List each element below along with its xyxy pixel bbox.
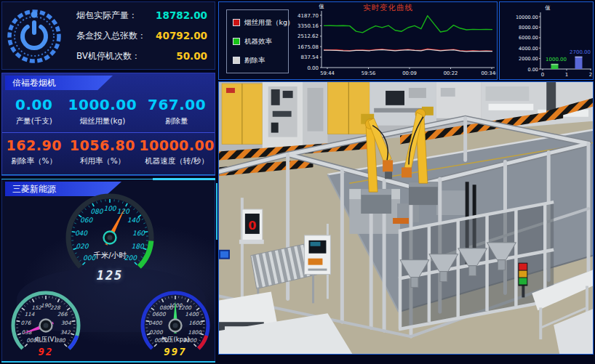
stat-label: 条盒投入总张数： bbox=[76, 30, 146, 42]
kpi-label: 机器速度（转/秒） bbox=[139, 156, 215, 166]
pressure-gauge: 0000020004000600080010001200140016001800… bbox=[136, 286, 215, 362]
svg-text:2512.62: 2512.62 bbox=[298, 33, 319, 39]
legend-item-reject[interactable]: 剔除率 bbox=[233, 56, 288, 65]
svg-text:837.54: 837.54 bbox=[301, 54, 319, 60]
chart-legend: 烟丝用量（kg） 机器效率 剔除率 bbox=[226, 9, 289, 73]
svg-text:120: 120 bbox=[117, 208, 130, 215]
voltage-gauge: 000038076114152190228266304342380 电压(V) … bbox=[7, 286, 85, 362]
svg-text:00:09: 00:09 bbox=[402, 70, 417, 76]
cigarette-machine-panel: 倍福卷烟机 0.00 产量(千支) 1000.00 烟丝用量(kg) 767.0… bbox=[1, 73, 215, 176]
counter-value: 0 bbox=[248, 219, 256, 232]
legend-label: 剔除率 bbox=[244, 56, 265, 65]
kpi-rejects: 767.00 剔除量 bbox=[139, 92, 215, 133]
kpi-machine-speed: 10000.00 机器速度（转/秒） bbox=[139, 133, 215, 172]
factory-scene: 0 bbox=[219, 82, 593, 354]
kpi-output: 0.00 产量(千支) bbox=[2, 92, 66, 133]
svg-text:1800: 1800 bbox=[188, 329, 202, 336]
legend-label: 机器效率 bbox=[244, 37, 272, 46]
green-light bbox=[519, 278, 527, 285]
svg-text:59:56: 59:56 bbox=[362, 70, 376, 76]
realtime-line-chart-panel: 烟丝用量（kg） 机器效率 剔除率 实时变化曲线 值4187.703350.16… bbox=[218, 1, 498, 80]
machine-panel-title: 倍福卷烟机 bbox=[5, 76, 113, 90]
power-gear-logo-icon bbox=[6, 4, 63, 67]
pressure-gauge-unit: 气压(kpa) bbox=[136, 336, 215, 344]
speed-gauge-unit: 千米/小时 bbox=[62, 251, 158, 261]
kpi-utilization: 1056.80 利用率（%） bbox=[66, 133, 140, 172]
svg-text:0.00: 0.00 bbox=[307, 65, 319, 71]
edge-accent-line bbox=[216, 183, 217, 240]
small-monitor bbox=[219, 250, 230, 259]
svg-text:3350.16: 3350.16 bbox=[298, 23, 319, 29]
svg-text:59:44: 59:44 bbox=[320, 70, 335, 76]
legend-item-efficiency[interactable]: 机器效率 bbox=[233, 37, 288, 46]
legend-item-tobacco[interactable]: 烟丝用量（kg） bbox=[233, 18, 288, 28]
divider-accent bbox=[153, 178, 215, 180]
svg-text:2000.00: 2000.00 bbox=[519, 56, 538, 62]
svg-text:值: 值 bbox=[545, 4, 551, 11]
svg-text:10000.00: 10000.00 bbox=[516, 15, 538, 20]
svg-text:114: 114 bbox=[24, 311, 34, 318]
kpi-value: 10000.00 bbox=[139, 137, 215, 153]
kpi-label: 利用率（%） bbox=[66, 156, 140, 166]
svg-text:值: 值 bbox=[319, 3, 324, 9]
amber-light bbox=[519, 271, 527, 278]
stat-value: 50.00 bbox=[176, 50, 207, 62]
legend-swatch-green bbox=[233, 38, 240, 45]
kpi-value: 1056.80 bbox=[66, 137, 140, 153]
machine-screen bbox=[386, 91, 404, 105]
kpi-value: 1000.00 bbox=[66, 96, 140, 113]
stat-row-pack-output: 烟包实际产量： 18782.00 bbox=[66, 9, 207, 22]
svg-text:342: 342 bbox=[60, 329, 71, 336]
svg-text:0400: 0400 bbox=[148, 320, 163, 326]
warning-sign bbox=[226, 88, 235, 93]
svg-text:00:34(S): 00:34(S) bbox=[481, 70, 496, 76]
svg-text:8000.00: 8000.00 bbox=[519, 25, 538, 31]
svg-text:1000.00: 1000.00 bbox=[546, 57, 567, 62]
stat-value: 40792.00 bbox=[156, 30, 207, 41]
svg-text:1600: 1600 bbox=[188, 320, 203, 326]
svg-text:040: 040 bbox=[75, 230, 88, 237]
kpi-tobacco-used: 1000.00 烟丝用量(kg) bbox=[66, 92, 140, 133]
stat-row-bv-stops: BV机停机次数： 50.00 bbox=[66, 50, 207, 62]
svg-text:4000.00: 4000.00 bbox=[519, 46, 538, 52]
factory-3d-viewport[interactable]: 0 bbox=[218, 81, 594, 355]
realtime-line-plot: 值4187.703350.162512.621675.08837.540.005… bbox=[288, 2, 496, 79]
svg-text:0: 0 bbox=[541, 72, 544, 78]
kpi-reject-rate: 162.90 剔除率（%） bbox=[2, 133, 66, 172]
legend-label: 烟丝用量（kg） bbox=[244, 18, 295, 28]
machine-kpi-grid: 0.00 产量(千支) 1000.00 烟丝用量(kg) 767.00 剔除量 … bbox=[2, 92, 215, 172]
speed-gauge-reading: 125 bbox=[62, 268, 158, 283]
bar-chart-panel: 值10000.008000.006000.004000.002000.000.0… bbox=[499, 1, 594, 80]
svg-text:1400: 1400 bbox=[185, 311, 199, 318]
legend-swatch-white bbox=[233, 57, 240, 64]
stat-label: BV机停机次数： bbox=[76, 50, 140, 62]
svg-text:6000.00: 6000.00 bbox=[519, 35, 538, 41]
speed-gauge: 000020040060080100120140160180200 千米/小时 … bbox=[62, 190, 158, 296]
svg-text:100: 100 bbox=[103, 205, 116, 212]
svg-text:1675.08: 1675.08 bbox=[298, 44, 319, 50]
bar-plot: 值10000.008000.006000.004000.002000.000.0… bbox=[500, 4, 593, 79]
stat-label: 烟包实际产量： bbox=[76, 9, 137, 22]
kpi-value: 162.90 bbox=[2, 137, 66, 153]
svg-text:4187.70: 4187.70 bbox=[298, 13, 319, 19]
voltage-gauge-unit: 电压(V) bbox=[7, 336, 85, 344]
svg-text:2: 2 bbox=[589, 72, 592, 78]
production-stats-panel: 烟包实际产量： 18782.00 条盒投入总张数： 40792.00 BV机停机… bbox=[1, 1, 215, 70]
kpi-label: 剔除率（%） bbox=[2, 156, 66, 166]
divider-line bbox=[1, 174, 215, 175]
pressure-gauge-reading: 997 bbox=[136, 346, 215, 357]
kpi-value: 767.00 bbox=[139, 96, 215, 113]
svg-text:00:22: 00:22 bbox=[444, 70, 458, 76]
svg-text:0600: 0600 bbox=[152, 311, 167, 318]
svg-text:160: 160 bbox=[132, 230, 145, 237]
bottom-accent-line bbox=[1, 361, 215, 363]
svg-text:020: 020 bbox=[76, 243, 89, 250]
stat-value: 18782.00 bbox=[156, 9, 207, 21]
svg-text:2700.00: 2700.00 bbox=[570, 49, 591, 55]
kpi-label: 产量(千支) bbox=[2, 116, 66, 126]
red-light bbox=[519, 264, 527, 270]
svg-text:304: 304 bbox=[61, 320, 71, 326]
svg-text:060: 060 bbox=[80, 217, 93, 224]
legend-swatch-red bbox=[233, 19, 240, 26]
dashboard-root: 烟包实际产量： 18782.00 条盒投入总张数： 40792.00 BV机停机… bbox=[0, 0, 595, 364]
